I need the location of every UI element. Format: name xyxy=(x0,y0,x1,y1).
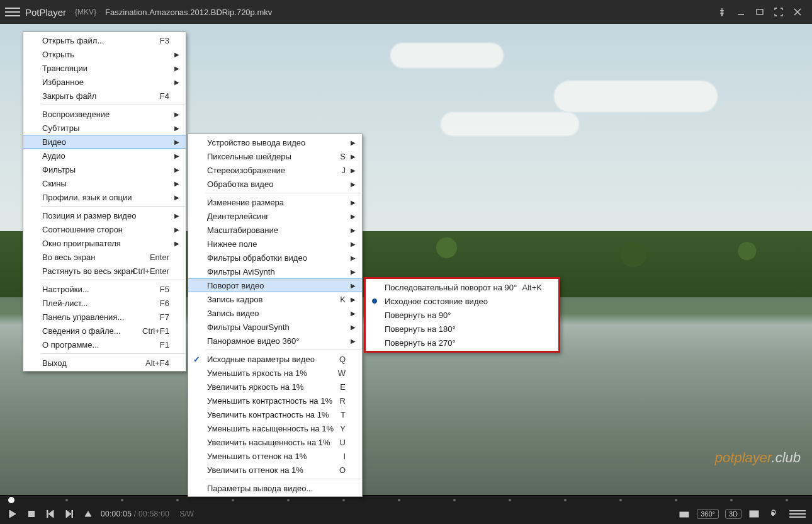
menu-item[interactable]: Видео▶ xyxy=(23,135,186,149)
menu-item[interactable]: Повернуть на 180° xyxy=(366,322,558,336)
menu-item-label: Позиция и размер видео xyxy=(42,211,136,220)
maximize-button[interactable] xyxy=(750,3,769,21)
submenu-arrow-icon: ▶ xyxy=(351,282,356,289)
menu-item[interactable]: Панорамное видео 360°▶ xyxy=(188,334,362,348)
menu-item[interactable]: Последовательный поворот на 90°Alt+K xyxy=(366,280,558,294)
seek-bar[interactable] xyxy=(0,495,812,504)
rotate-submenu[interactable]: Последовательный поворот на 90°Alt+KИсхо… xyxy=(364,277,560,353)
menu-item[interactable]: Панель управления...F7 xyxy=(23,310,186,324)
menu-item[interactable]: Субтитры▶ xyxy=(23,121,186,135)
submenu-arrow-icon: ▶ xyxy=(174,139,179,145)
fullscreen-button[interactable] xyxy=(769,3,788,21)
menu-item[interactable]: Увеличить яркость на 1%E xyxy=(188,380,362,394)
menu-item[interactable]: Профили, язык и опции▶ xyxy=(23,190,186,204)
menu-item[interactable]: Уменьшить контрастность на 1%R xyxy=(188,394,362,407)
next-button[interactable] xyxy=(63,508,76,520)
svg-rect-1 xyxy=(757,9,763,14)
menu-item[interactable]: Настройки...F5 xyxy=(23,282,186,296)
playlist-button[interactable] xyxy=(789,508,806,520)
menu-item-label: Последовательный поворот на 90° xyxy=(385,283,517,292)
menu-item[interactable]: Повернуть на 270° xyxy=(366,336,558,350)
stop-button[interactable] xyxy=(25,508,38,520)
submenu-arrow-icon: ▶ xyxy=(351,199,356,206)
menu-item[interactable]: Растянуть во весь экранCtrl+Enter xyxy=(23,264,186,278)
menu-item[interactable]: Увеличить оттенок на 1%O xyxy=(188,463,362,477)
3d-toggle[interactable]: 3D xyxy=(725,509,742,519)
menu-shortcut: J xyxy=(342,166,346,175)
subtitle-icon[interactable] xyxy=(748,508,760,520)
menu-item[interactable]: Деинтерлейсинг▶ xyxy=(188,209,362,223)
menu-item[interactable]: О программе...F1 xyxy=(23,338,186,351)
menu-item[interactable]: Позиция и размер видео▶ xyxy=(23,208,186,222)
menu-item[interactable]: Фильтры AviSynth▶ xyxy=(188,265,362,278)
menu-item[interactable]: Пиксельные шейдерыS▶ xyxy=(188,149,362,163)
menu-item[interactable]: Увеличить насыщенность на 1%U xyxy=(188,435,362,449)
menu-item[interactable]: Запись видео▶ xyxy=(188,306,362,320)
minimize-button[interactable] xyxy=(731,3,750,21)
menu-item[interactable]: Открыть▶ xyxy=(23,47,186,61)
menu-item[interactable]: Фильтры▶ xyxy=(23,162,186,176)
menu-item[interactable]: Нижнее поле▶ xyxy=(188,237,362,251)
menu-shortcut: Ctrl+Enter xyxy=(132,266,169,276)
play-button[interactable] xyxy=(6,508,19,520)
seek-knob[interactable] xyxy=(8,497,14,503)
menu-item[interactable]: Масштабирование▶ xyxy=(188,223,362,237)
menu-item[interactable]: Устройство вывода видео▶ xyxy=(188,135,362,149)
app-name: PotPlayer xyxy=(25,7,66,18)
main-menu-button[interactable] xyxy=(5,4,20,20)
360-toggle[interactable]: 360° xyxy=(697,509,719,519)
prev-button[interactable] xyxy=(44,508,57,520)
menu-item[interactable]: Запись кадровK▶ xyxy=(188,292,362,306)
menu-item[interactable]: ✓Исходные параметры видеоQ xyxy=(188,352,362,366)
menu-item[interactable]: ВыходAlt+F4 xyxy=(23,356,186,370)
svg-rect-5 xyxy=(47,510,48,518)
menu-item[interactable]: Фильтры обработки видео▶ xyxy=(188,251,362,265)
menu-item[interactable]: Избранное▶ xyxy=(23,75,186,89)
menu-item[interactable]: Плей-лист...F6 xyxy=(23,296,186,310)
menu-item[interactable]: Исходное состояние видео xyxy=(366,294,558,308)
menu-item[interactable]: Обработка видео▶ xyxy=(188,177,362,191)
menu-item[interactable]: Скины▶ xyxy=(23,176,186,190)
menu-item[interactable]: Соотношение сторон▶ xyxy=(23,222,186,236)
menu-item[interactable]: Сведения о файле...Ctrl+F1 xyxy=(23,324,186,338)
menu-item[interactable]: Уменьшить оттенок на 1%I xyxy=(188,449,362,463)
menu-item[interactable]: СтереоизображениеJ▶ xyxy=(188,163,362,177)
submenu-arrow-icon: ▶ xyxy=(174,212,179,219)
menu-item-label: Настройки... xyxy=(42,285,89,294)
menu-item[interactable]: Уменьшить насыщенность на 1%Y xyxy=(188,421,362,435)
menu-item[interactable]: Трансляции▶ xyxy=(23,61,186,75)
menu-item[interactable]: Открыть файл...F3 xyxy=(23,33,186,47)
menu-item[interactable]: Изменение размера▶ xyxy=(188,195,362,209)
menu-item[interactable]: Повернуть на 90° xyxy=(366,308,558,322)
submenu-arrow-icon: ▶ xyxy=(351,167,356,174)
menu-item[interactable]: Окно проигрывателя▶ xyxy=(23,236,186,250)
menu-item[interactable]: Уменьшить яркость на 1%W xyxy=(188,366,362,380)
menu-item[interactable]: Поворот видео▶ xyxy=(188,278,362,292)
menu-shortcut: Q xyxy=(339,355,346,364)
submenu-arrow-icon: ▶ xyxy=(351,213,356,220)
screenshot-icon[interactable] xyxy=(678,508,691,520)
menu-item-label: Увеличить яркость на 1% xyxy=(207,382,303,392)
renderer-label: S/W xyxy=(179,510,194,518)
menu-item-label: Открыть xyxy=(42,50,74,59)
close-button[interactable] xyxy=(788,3,807,21)
main-context-menu[interactable]: Открыть файл...F3Открыть▶Трансляции▶Избр… xyxy=(23,31,186,372)
menu-item-label: Фильтры обработки видео xyxy=(207,253,307,263)
menu-item[interactable]: Аудио▶ xyxy=(23,149,186,162)
menu-item[interactable]: Параметры вывода видео... xyxy=(188,481,362,495)
settings-icon[interactable] xyxy=(767,508,779,520)
menu-item[interactable]: Во весь экранEnter xyxy=(23,250,186,264)
svg-marker-2 xyxy=(9,510,16,518)
menu-item[interactable]: Закрыть файлF4 xyxy=(23,89,186,103)
pin-icon[interactable] xyxy=(713,3,731,21)
menu-shortcut: T xyxy=(341,410,346,419)
menu-item-label: Устройство вывода видео xyxy=(207,138,305,147)
video-submenu[interactable]: Устройство вывода видео▶Пиксельные шейде… xyxy=(188,134,363,497)
menu-item[interactable]: Воспроизведение▶ xyxy=(23,107,186,121)
menu-item[interactable]: Увеличить контрастность на 1%T xyxy=(188,407,362,421)
menu-item-label: Соотношение сторон xyxy=(42,225,123,234)
menu-item-label: Увеличить оттенок на 1% xyxy=(207,465,303,475)
open-button[interactable] xyxy=(82,508,94,520)
menu-item-label: Фильтры AviSynth xyxy=(207,267,275,276)
menu-item[interactable]: Фильтры VapourSynth▶ xyxy=(188,320,362,334)
